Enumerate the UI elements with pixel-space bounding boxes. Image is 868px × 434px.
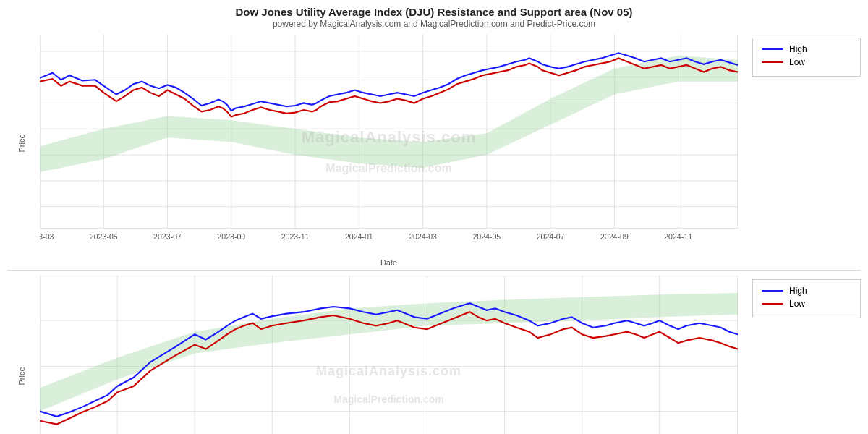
legend-label-high-1: High — [789, 44, 807, 54]
svg-text:2023-09: 2023-09 — [217, 232, 245, 241]
main-title: Dow Jones Utility Average Index (DJU) Re… — [7, 6, 861, 18]
legend-line-low-1 — [762, 61, 783, 63]
legend-item-low-1: Low — [762, 57, 851, 67]
chart-panel-2: Price MagicalAnalysis.com MagicalPredict… — [7, 272, 861, 434]
svg-text:2024-01: 2024-01 — [345, 232, 373, 241]
svg-text:2023-03: 2023-03 — [40, 232, 54, 241]
chart1-legend: High Low — [752, 38, 861, 77]
y-axis-label-2: Price — [17, 362, 26, 391]
legend-line-high-1 — [762, 48, 783, 50]
chart-area-1: MagicalAnalysis.com MagicalPrediction.co… — [40, 34, 738, 241]
svg-text:2023-11: 2023-11 — [281, 232, 310, 241]
chart-svg-1: 1100 1000 900 800 700 600 500 400 2023-0… — [40, 34, 738, 241]
chart-panel-1: Price MagicalAnalysis.com MagicalPredict… — [7, 30, 861, 268]
legend-line-high-2 — [762, 290, 783, 292]
title-section: Dow Jones Utility Average Index (DJU) Re… — [7, 6, 861, 29]
chart-area-2: MagicalAnalysis.com MagicalPrediction.co… — [40, 276, 738, 434]
svg-text:2023-05: 2023-05 — [90, 232, 118, 241]
svg-text:2024-11: 2024-11 — [664, 232, 692, 241]
chart-svg-2: 1100 1050 1000 950 900 2024-07-15 2024-0… — [40, 276, 738, 434]
subtitle: powered by MagicalAnalysis.com and Magic… — [7, 19, 861, 29]
legend-item-high-1: High — [762, 44, 851, 54]
legend-item-low-2: Low — [762, 299, 851, 309]
legend-label-high-2: High — [789, 286, 807, 296]
y-axis-label-1: Price — [17, 129, 26, 158]
svg-text:2023-07: 2023-07 — [153, 232, 182, 241]
chart2-legend: High Low — [752, 279, 861, 318]
legend-label-low-2: Low — [789, 299, 805, 309]
svg-marker-55 — [40, 293, 738, 412]
svg-text:2024-09: 2024-09 — [600, 232, 629, 241]
legend-line-low-2 — [762, 303, 783, 305]
x-axis-label-1: Date — [380, 258, 397, 267]
legend-label-low-1: Low — [789, 57, 805, 67]
legend-item-high-2: High — [762, 286, 851, 296]
svg-text:2024-05: 2024-05 — [472, 232, 501, 241]
charts-wrapper: Price MagicalAnalysis.com MagicalPredict… — [7, 30, 861, 434]
svg-text:2024-07: 2024-07 — [537, 232, 565, 241]
page-container: Dow Jones Utility Average Index (DJU) Re… — [0, 0, 868, 434]
svg-text:2024-03: 2024-03 — [409, 232, 437, 241]
